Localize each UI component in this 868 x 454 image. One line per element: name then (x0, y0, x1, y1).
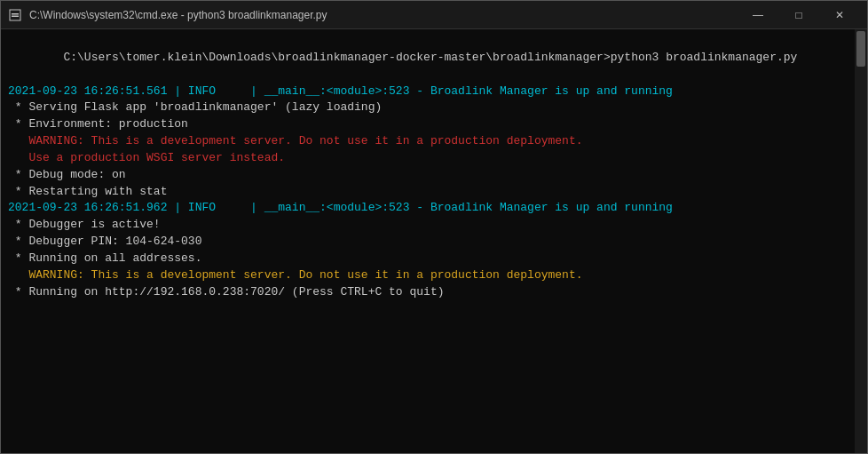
scrollbar-thumb[interactable] (856, 31, 865, 67)
close-button[interactable]: ✕ (819, 1, 860, 29)
terminal-output: C:\Users\tomer.klein\Downloads\broadlink… (8, 33, 860, 301)
log-line-1: 2021-09-23 16:26:51.561 | INFO | __main_… (8, 84, 846, 100)
prompt-text: C:\Users\tomer.klein\Downloads\broadlink… (63, 51, 797, 64)
log-line-11: * Running on all addresses. (8, 251, 846, 267)
log-line-2: * Serving Flask app 'broadlinkmanager' (… (8, 100, 846, 116)
window-title: C:\Windows\system32\cmd.exe - python3 br… (29, 9, 738, 21)
log-line-8: 2021-09-23 16:26:51.962 | INFO | __main_… (8, 200, 846, 217)
terminal-area[interactable]: C:\Users\tomer.klein\Downloads\broadlink… (1, 29, 867, 453)
svg-rect-2 (12, 15, 19, 17)
maximize-button[interactable]: □ (778, 1, 819, 29)
minimize-button[interactable]: — (738, 1, 778, 29)
log-line-4: WARNING: This is a development server. D… (8, 133, 846, 150)
log-line-7: * Restarting with stat (8, 184, 846, 201)
log-line-9: * Debugger is active! (8, 217, 846, 234)
log-line-13: * Running on http://192.168.0.238:7020/ … (8, 284, 846, 301)
log-line-12: WARNING: This is a development server. D… (8, 267, 846, 284)
window-icon (8, 8, 22, 22)
scrollbar[interactable] (855, 29, 867, 453)
log-line-10: * Debugger PIN: 104-624-030 (8, 234, 846, 251)
cmd-window: C:\Windows\system32\cmd.exe - python3 br… (0, 0, 868, 454)
title-bar: C:\Windows\system32\cmd.exe - python3 br… (1, 1, 867, 29)
log-line-5: Use a production WSGI server instead. (8, 150, 846, 167)
svg-rect-1 (12, 13, 19, 15)
window-controls: — □ ✕ (738, 1, 860, 29)
svg-rect-0 (10, 10, 20, 20)
log-line-3: * Environment: production (8, 116, 846, 133)
prompt-line: C:\Users\tomer.klein\Downloads\broadlink… (8, 33, 846, 84)
log-line-6: * Debug mode: on (8, 167, 846, 184)
